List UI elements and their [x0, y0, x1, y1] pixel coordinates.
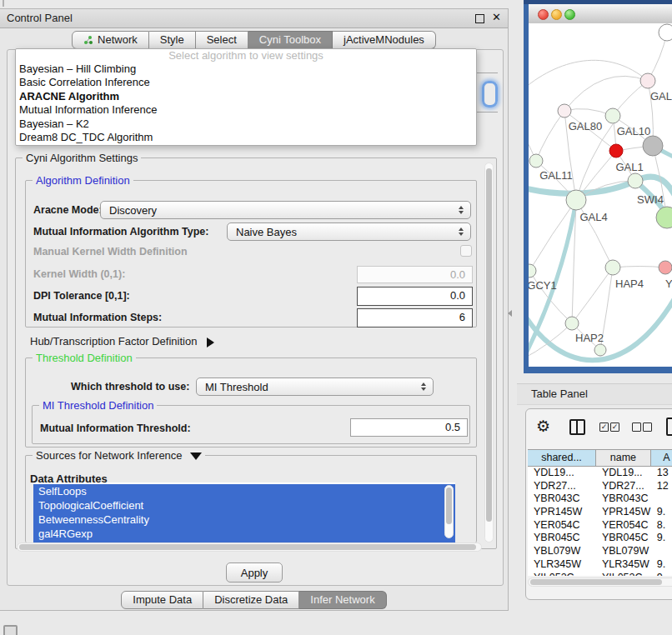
settings-horizontal-scrollbar[interactable]	[17, 542, 482, 552]
table-cell[interactable]: YLR345W	[528, 558, 596, 572]
attribute-item[interactable]: BetweennessCentrality	[33, 512, 455, 527]
table-cell[interactable]: YPR145W	[596, 506, 651, 519]
table-row[interactable]: YBR045CYBR045C9.	[528, 532, 672, 545]
zoom-window-icon[interactable]	[564, 9, 575, 20]
apply-button[interactable]: Apply	[226, 562, 283, 582]
table-cell[interactable]: YBR045C	[528, 532, 596, 545]
close-window-icon[interactable]	[538, 9, 549, 20]
table-cell[interactable]	[651, 545, 672, 558]
tab-cyni-toolbox[interactable]: Cyni Toolbox	[248, 31, 333, 49]
network-window-titlebar[interactable]	[529, 4, 672, 24]
settings-vertical-scrollbar[interactable]	[484, 162, 494, 542]
node-bottom-partial[interactable]	[594, 344, 606, 356]
hub-definition-toggle[interactable]: Hub/Transcription Factor Definition	[30, 335, 214, 348]
table-cell[interactable]: 13	[651, 467, 672, 480]
tab-infer-network[interactable]: Infer Network	[299, 591, 386, 609]
unchecked-checkbox-icon[interactable]	[632, 422, 641, 432]
table-row[interactable]: YLR345WYLR345W9.	[528, 558, 672, 572]
node-gal10[interactable]	[605, 108, 620, 123]
mi-steps-input[interactable]: 6	[357, 308, 473, 328]
table-cell[interactable]: YBR045C	[596, 532, 651, 545]
dpi-tolerance-input[interactable]: 0.0	[357, 287, 473, 306]
table-row[interactable]: YBL079WYBL079W	[528, 545, 672, 558]
table-cell[interactable]: YDL19...	[528, 467, 596, 480]
column-header[interactable]: name	[596, 450, 651, 466]
table-cell[interactable]	[651, 492, 672, 506]
close-panel-icon[interactable]: ✕	[492, 11, 501, 23]
table-row[interactable]: YBR043CYBR043C	[528, 492, 672, 506]
table-cell[interactable]: 9.	[651, 558, 672, 572]
tab-impute-data[interactable]: Impute Data	[121, 591, 203, 609]
table-row[interactable]: YPR145WYPR145W9.	[528, 506, 672, 519]
table-cell[interactable]: YER054C	[528, 519, 596, 532]
table-cell[interactable]: YBL079W	[596, 545, 651, 558]
table-cell[interactable]: YBL079W	[528, 545, 596, 558]
node-unlabeled[interactable]	[659, 24, 672, 41]
node-swi4[interactable]	[628, 173, 643, 188]
table-function-icon[interactable]	[666, 418, 672, 436]
node-hap2[interactable]	[565, 317, 579, 330]
table-cell[interactable]: YLR345W	[596, 558, 651, 572]
mi-algorithm-type-select[interactable]: Naive Bayes	[227, 222, 471, 241]
float-panel-icon[interactable]	[475, 14, 484, 23]
algorithm-option[interactable]: Mutual Information Inference	[16, 103, 476, 117]
column-header[interactable]: shared...	[528, 450, 596, 466]
attribute-item[interactable]: gal4RGexp	[33, 527, 455, 541]
table-cell[interactable]: 9	[651, 572, 672, 577]
algorithm-option[interactable]: Basic Correlation Inference	[16, 76, 476, 89]
table-cell[interactable]: 12	[651, 480, 672, 493]
node-gal80[interactable]	[558, 104, 571, 118]
node-gal11[interactable]	[529, 154, 543, 168]
algorithm-option-selected[interactable]: ARACNE Algorithm	[16, 90, 476, 103]
node-gray[interactable]	[643, 136, 663, 156]
table-row[interactable]: YER054CYER054C8.	[528, 519, 672, 532]
which-threshold-select[interactable]: MI Threshold	[196, 378, 434, 396]
node-gal4[interactable]	[566, 190, 586, 210]
tab-style[interactable]: Style	[149, 31, 196, 49]
gear-icon[interactable]: ⚙	[536, 417, 550, 436]
aracne-mode-select[interactable]: Discovery	[100, 201, 471, 219]
panel-splitter-handle[interactable]	[508, 310, 512, 317]
node-gal1-selected[interactable]	[609, 144, 623, 158]
tab-select[interactable]: Select	[196, 31, 248, 49]
checked-checkbox-icon[interactable]: ✓	[610, 422, 619, 432]
table-cell[interactable]: YDR27...	[596, 480, 651, 493]
node-salmon[interactable]	[659, 261, 672, 274]
sources-toggle[interactable]: Sources for Network Inference	[33, 449, 205, 462]
attribute-item[interactable]: SelfLoops	[33, 484, 455, 498]
table-cell[interactable]: YBR043C	[528, 492, 596, 506]
list-scrollbar[interactable]	[444, 485, 454, 538]
node-green-right[interactable]	[656, 207, 672, 228]
kernel-width-input[interactable]: 0.0	[357, 266, 473, 283]
algorithm-option[interactable]: Bayesian – K2	[16, 118, 476, 131]
node-gcy1[interactable]	[529, 264, 536, 278]
mi-threshold-input[interactable]: 0.5	[350, 418, 468, 437]
restore-panel-button[interactable]	[3, 625, 18, 635]
tab-discretize-data[interactable]: Discretize Data	[203, 591, 299, 609]
table-row[interactable]: YDL19...YDL19...13	[528, 467, 672, 480]
table-horizontal-scrollbar[interactable]	[528, 578, 672, 587]
node-gal-pink[interactable]	[640, 73, 655, 88]
table-cell[interactable]: 9.	[651, 506, 672, 519]
minimize-window-icon[interactable]	[551, 9, 562, 20]
column-header[interactable]: A	[651, 450, 672, 466]
table-cell[interactable]: YER054C	[596, 519, 651, 532]
attribute-item[interactable]: TopologicalCoefficient	[33, 498, 455, 512]
tab-jactivemnodules[interactable]: jActiveMNodules	[333, 31, 436, 49]
checked-checkbox-icon[interactable]: ✓	[599, 422, 609, 432]
table-row[interactable]: YIL052CYIL052C9	[528, 572, 672, 577]
node-hap4[interactable]	[605, 260, 620, 275]
network-canvas[interactable]: GAL GAL80 GAL10 GAL1 GAL11 SWI4 GAL4 GCY…	[529, 23, 672, 367]
table-cell[interactable]: YIL052C	[596, 572, 651, 577]
table-cell[interactable]: YDR27...	[528, 480, 596, 493]
algorithm-option[interactable]: Bayesian – Hill Climbing	[16, 62, 476, 76]
tab-network[interactable]: Network	[72, 31, 149, 49]
table-cell[interactable]: YDL19...	[596, 467, 651, 480]
table-cell[interactable]: YIL052C	[528, 572, 596, 577]
manual-kernel-checkbox[interactable]	[460, 245, 472, 257]
table-row[interactable]: YDR27...YDR27...12	[528, 480, 672, 493]
table-cell[interactable]: YBR043C	[596, 492, 651, 506]
table-cell[interactable]: 9.	[651, 532, 672, 545]
columns-icon[interactable]	[569, 419, 585, 435]
table-cell[interactable]: 8.	[651, 519, 672, 532]
